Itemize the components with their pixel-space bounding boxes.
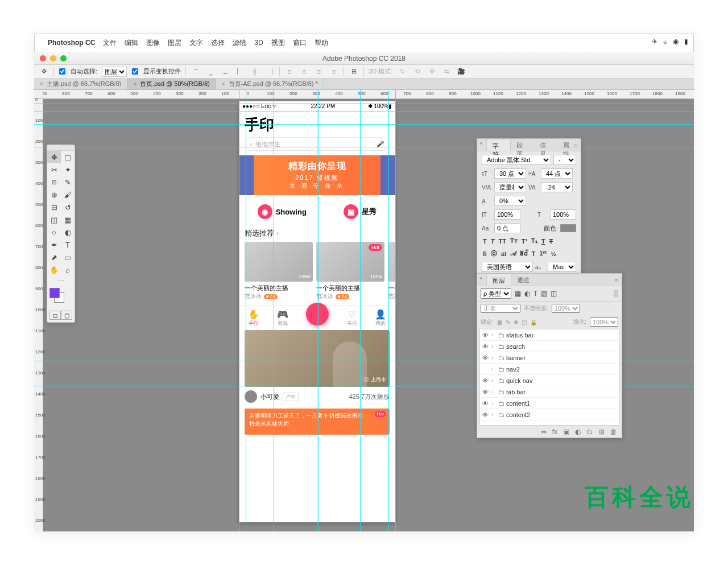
content-card[interactable]: Hot189w 一个美丽的主播 范冰冰♥ 24	[316, 242, 384, 300]
history-brush-tool-icon[interactable]: ↺	[61, 201, 75, 213]
tab-games[interactable]: 🎮游戏	[277, 309, 288, 327]
3d-pan-icon[interactable]: ✥	[427, 67, 437, 77]
expand-icon[interactable]: ›	[491, 401, 498, 406]
menu-edit[interactable]: 编辑	[125, 38, 138, 48]
gradient-tool-icon[interactable]: ▦	[61, 213, 75, 226]
expand-icon[interactable]: ›	[491, 378, 498, 383]
italic-button[interactable]: T	[490, 237, 496, 245]
antialias-select[interactable]: Mac	[548, 262, 576, 272]
fg-color-swatch[interactable]	[49, 288, 60, 298]
character-panel[interactable]: « ≡ 字符 段落 信息 属性 Adobe 黑体 Std- τT30 点≡A44…	[477, 138, 581, 276]
guide[interactable]	[246, 90, 246, 531]
document-tab[interactable]: ×主播.psd @ 66.7%(RGB/8)	[34, 79, 127, 89]
more-tools-icon[interactable]: ⋯	[47, 276, 75, 286]
lock-artboard-icon[interactable]: ◫	[522, 319, 527, 325]
visibility-toggle-icon[interactable]: 👁	[482, 389, 491, 395]
pen-tool-icon[interactable]: ✒	[47, 238, 61, 251]
3d-roll-icon[interactable]: ⟲	[412, 67, 422, 77]
menu-select[interactable]: 选择	[211, 38, 225, 48]
guide[interactable]	[318, 90, 318, 531]
layer-row[interactable]: 👁›🗀content1	[480, 398, 619, 409]
paper-plane-icon[interactable]: ✈	[652, 38, 657, 46]
eraser-tool-icon[interactable]: ◫	[47, 213, 61, 226]
quick-mask-icon[interactable]: ◻	[49, 311, 61, 320]
content-card[interactable]: 189w 一个美丽的主播 范冰冰♥ 24	[245, 242, 313, 300]
text-color-swatch[interactable]	[560, 224, 576, 232]
tab-home[interactable]: ✋手印	[248, 309, 259, 327]
menu-3d[interactable]: 3D	[254, 39, 263, 47]
panel-drag-handle[interactable]	[47, 145, 75, 151]
dodge-tool-icon[interactable]: ◐	[61, 226, 75, 238]
move-tool-icon[interactable]: ✥	[47, 151, 61, 163]
auto-align-icon[interactable]: ⊞	[349, 67, 359, 77]
fractions-button[interactable]: ½	[549, 250, 557, 258]
visibility-toggle-icon[interactable]: 👁	[482, 411, 491, 418]
subscript-button[interactable]: T₁	[530, 237, 539, 245]
document-tab[interactable]: ×首页.psd @ 50%(RGB/8)	[127, 79, 216, 89]
guide[interactable]	[360, 90, 361, 531]
panel-close-icon[interactable]: «	[479, 275, 483, 281]
baseline-shift-input[interactable]	[494, 223, 520, 233]
align-vcenter-icon[interactable]: ⎯	[205, 67, 216, 77]
fill-select[interactable]: 100%	[590, 317, 618, 327]
new-group-icon[interactable]: 🗀	[586, 428, 593, 436]
font-family-select[interactable]: Adobe 黑体 Std	[482, 155, 551, 165]
strikethrough-button[interactable]: T	[548, 237, 555, 245]
menu-help[interactable]: 帮助	[315, 38, 328, 48]
filter-toggle[interactable]	[614, 290, 618, 298]
allcaps-button[interactable]: TT	[497, 237, 507, 245]
filter-smart-icon[interactable]: ◫	[551, 290, 557, 298]
distribute-icon[interactable]: ≡	[284, 67, 295, 77]
lock-position-icon[interactable]: ✥	[514, 319, 518, 325]
move-tool-icon[interactable]: ✥	[39, 67, 49, 77]
guide[interactable]	[395, 90, 396, 531]
panel-close-icon[interactable]: «	[479, 140, 483, 146]
vscale-input[interactable]	[550, 209, 576, 220]
lock-pixels-icon[interactable]: ▦	[497, 319, 502, 325]
menu-window[interactable]: 窗口	[293, 38, 307, 48]
tab-follow[interactable]: ♡关注	[347, 309, 357, 327]
align-hcenter-icon[interactable]: ┼	[250, 67, 260, 77]
menu-view[interactable]: 视图	[271, 38, 285, 48]
shape-tool-icon[interactable]: ▭	[61, 251, 75, 263]
filter-adjust-icon[interactable]: ◐	[524, 290, 530, 298]
layer-mask-icon[interactable]: ▣	[563, 428, 569, 436]
app-menu[interactable]: Photoshop CC	[48, 39, 95, 47]
panel-tab-info[interactable]: 信息	[534, 139, 557, 151]
panel-tab-layers[interactable]: 图层	[486, 274, 511, 286]
menu-layer[interactable]: 图层	[168, 38, 181, 48]
crop-tool-icon[interactable]: ⧈	[47, 176, 61, 188]
menu-file[interactable]: 文件	[103, 38, 117, 48]
auto-select-mode[interactable]: 图层	[102, 67, 127, 77]
bold-button[interactable]: T	[482, 237, 488, 245]
screen-mode-icon[interactable]: ▢	[61, 311, 72, 320]
guide[interactable]	[34, 104, 694, 104]
distribute-icon[interactable]: ≡	[299, 67, 309, 77]
layer-row[interactable]: 👁›🗀tab bar	[480, 386, 619, 398]
ruler-horizontal[interactable]: 9008007006005004003002001000100200300400…	[43, 90, 694, 99]
hand-tool-icon[interactable]: ✋	[47, 263, 61, 276]
blur-tool-icon[interactable]: ○	[47, 226, 61, 238]
align-bottom-icon[interactable]: ⎽	[220, 67, 230, 77]
expand-icon[interactable]: ›	[491, 366, 498, 372]
ligature-button[interactable]: fi	[482, 250, 488, 258]
marquee-tool-icon[interactable]: ▢	[61, 151, 75, 163]
3d-zoom-icon[interactable]: 🎥	[456, 67, 466, 77]
guide[interactable]	[388, 90, 389, 531]
swash-button[interactable]: st	[500, 250, 508, 258]
avatar[interactable]	[245, 390, 257, 403]
menu-image[interactable]: 图像	[146, 38, 160, 48]
layer-row[interactable]: ›🗀nav2	[480, 364, 619, 375]
document-tab[interactable]: ×首页-AE.psd @ 66.7%(RGB/8) *	[216, 79, 324, 89]
ruler-vertical[interactable]: 0100200300400500600700800900100011001200…	[34, 99, 43, 531]
visibility-toggle-icon[interactable]: 👁	[482, 400, 491, 407]
font-weight-select[interactable]: -	[553, 155, 576, 165]
visibility-toggle-icon[interactable]: 👁	[482, 354, 491, 361]
font-size-select[interactable]: 30 点	[494, 168, 526, 179]
delete-layer-icon[interactable]: 🗑	[610, 428, 617, 436]
clone-stamp-tool-icon[interactable]: ⊟	[47, 201, 61, 213]
brush-tool-icon[interactable]: 🖌	[61, 188, 75, 201]
expand-icon[interactable]: ›	[491, 412, 498, 418]
eyedropper-tool-icon[interactable]: ✎	[61, 176, 75, 188]
guide[interactable]	[239, 90, 239, 531]
